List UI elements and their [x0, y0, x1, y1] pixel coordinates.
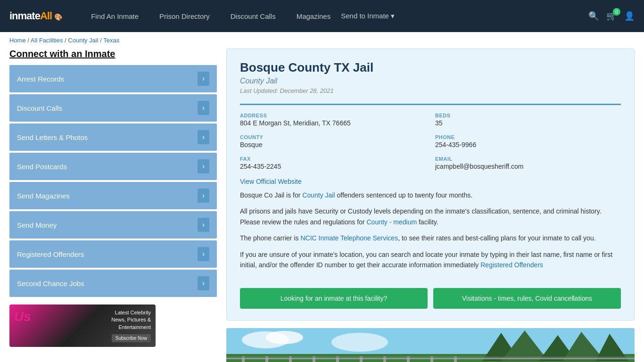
arrow-icon: ›	[198, 276, 209, 290]
nav-find-inmate[interactable]: Find An Inmate	[81, 12, 149, 20]
county-medium-link[interactable]: County - medium	[366, 218, 417, 226]
sidebar-item-label: Discount Calls	[17, 104, 62, 112]
nav-prison-directory[interactable]: Prison Directory	[149, 12, 220, 20]
ncic-link[interactable]: NCIC Inmate Telephone Services	[300, 234, 398, 242]
sidebar-item-arrest-records[interactable]: Arrest Records ›	[9, 65, 217, 92]
ad-line3: Entertainment	[111, 324, 151, 331]
email-value: jcampbell@bosquesheriff.com	[435, 163, 621, 170]
facility-buttons: Looking for an inmate at this facility? …	[240, 288, 621, 309]
user-icon[interactable]: 👤	[624, 11, 635, 21]
facility-updated: Last Updated: December 28, 2021	[240, 87, 621, 94]
sidebar-title: Connect with an Inmate	[9, 49, 217, 59]
fax-label: FAX	[240, 156, 426, 162]
send-to-inmate-button[interactable]: Send to Inmate ▾	[341, 12, 395, 20]
arrow-icon: ›	[198, 247, 209, 261]
registered-offenders-link[interactable]: Registered Offenders	[480, 261, 543, 269]
svg-point-2	[265, 331, 303, 344]
svg-point-3	[331, 333, 388, 352]
desc-para-2: All prisons and jails have Security or C…	[240, 206, 621, 227]
county-label: COUNTY	[240, 134, 426, 140]
email-label: EMAIL	[435, 156, 621, 162]
sidebar-item-label: Send Magazines	[17, 192, 70, 200]
arrow-icon: ›	[198, 72, 209, 86]
address-block: ADDRESS 804 E Morgan St, Meridian, TX 76…	[240, 113, 426, 127]
arrow-icon: ›	[198, 130, 209, 144]
sidebar-item-send-magazines[interactable]: Send Magazines ›	[9, 182, 217, 209]
email-block: EMAIL jcampbell@bosquesheriff.com	[435, 156, 621, 170]
ad-logo: Us	[14, 309, 31, 324]
desc-para-4: If you are unsure of your inmate's locat…	[240, 249, 621, 271]
nav-icons: 🔍 🛒 0 👤	[588, 11, 635, 21]
logo-text: inmateAll 🎨	[9, 10, 62, 22]
sidebar-item-discount-calls[interactable]: Discount Calls ›	[9, 94, 217, 122]
county-value: Bosque	[240, 141, 426, 148]
visitations-button[interactable]: Visitations - times, rules, Covid cancel…	[433, 288, 621, 309]
sidebar-item-label: Send Postcards	[17, 163, 67, 171]
logo[interactable]: inmateAll 🎨	[9, 10, 62, 22]
facility-description: Bosque Co Jail is for County Jail offend…	[240, 185, 621, 280]
address-value: 804 E Morgan St, Meridian, TX 76665	[240, 119, 426, 127]
ad-text: Latest Celebrity News, Pictures & Entert…	[111, 309, 151, 331]
main-nav: inmateAll 🎨 Find An Inmate Prison Direct…	[0, 0, 644, 32]
sidebar-item-label: Send Letters & Photos	[17, 133, 88, 141]
facility-details: ADDRESS 804 E Morgan St, Meridian, TX 76…	[240, 104, 621, 170]
breadcrumb: Home / All Facilities / County Jail / Te…	[0, 32, 644, 49]
nav-discount-calls[interactable]: Discount Calls	[220, 12, 286, 20]
nav-magazines[interactable]: Magazines	[286, 12, 341, 20]
looking-for-inmate-button[interactable]: Looking for an inmate at this facility?	[240, 288, 428, 309]
ad-line2: News, Pictures &	[111, 316, 151, 323]
county-block: COUNTY Bosque	[240, 134, 426, 148]
phone-value: 254-435-9966	[435, 141, 621, 148]
cart-badge: 0	[613, 8, 620, 16]
official-website-link[interactable]: View Official Website	[240, 178, 302, 185]
arrow-icon: ›	[198, 218, 209, 232]
search-icon[interactable]: 🔍	[588, 11, 599, 21]
county-jail-link[interactable]: County Jail	[302, 191, 335, 199]
facility-content: Bosque County TX Jail County Jail Last U…	[226, 49, 635, 362]
ad-subscribe-button[interactable]: Subscribe Now	[112, 334, 151, 342]
desc-para-1: Bosque Co Jail is for County Jail offend…	[240, 190, 621, 200]
main-container: Connect with an Inmate Arrest Records › …	[0, 49, 644, 362]
facility-image	[226, 328, 635, 362]
beds-block: BEDS 35	[435, 113, 621, 127]
sidebar-item-label: Arrest Records	[17, 75, 64, 83]
facility-subtitle: County Jail	[240, 77, 621, 85]
phone-block: PHONE 254-435-9966	[435, 134, 621, 148]
phone-label: PHONE	[435, 134, 621, 140]
sidebar-item-label: Second Chance Jobs	[17, 280, 84, 288]
beds-label: BEDS	[435, 113, 621, 118]
sidebar-item-send-money[interactable]: Send Money ›	[9, 211, 217, 239]
sidebar-item-send-postcards[interactable]: Send Postcards ›	[9, 153, 217, 180]
address-label: ADDRESS	[240, 113, 426, 118]
breadcrumb-county-jail[interactable]: County Jail	[68, 37, 98, 44]
beds-value: 35	[435, 119, 621, 127]
cart-icon[interactable]: 🛒 0	[606, 11, 617, 21]
fax-value: 254-435-2245	[240, 163, 426, 170]
desc-para-3: The phone carrier is NCIC Inmate Telepho…	[240, 233, 621, 243]
sidebar-item-send-letters[interactable]: Send Letters & Photos ›	[9, 123, 217, 151]
sidebar-item-registered-offenders[interactable]: Registered Offenders ›	[9, 240, 217, 268]
arrow-icon: ›	[198, 159, 209, 173]
facility-title: Bosque County TX Jail	[240, 60, 621, 75]
facility-photo-svg	[226, 328, 635, 362]
breadcrumb-all-facilities[interactable]: All Facilities	[31, 37, 63, 44]
breadcrumb-home[interactable]: Home	[9, 37, 26, 44]
sidebar-menu: Arrest Records › Discount Calls › Send L…	[9, 65, 217, 297]
facility-card: Bosque County TX Jail County Jail Last U…	[226, 49, 635, 321]
ad-line1: Latest Celebrity	[111, 309, 151, 316]
sidebar-item-label: Send Money	[17, 221, 57, 229]
nav-links: Find An Inmate Prison Directory Discount…	[81, 12, 588, 20]
fax-block: FAX 254-435-2245	[240, 156, 426, 170]
sidebar-ad[interactable]: Us Latest Celebrity News, Pictures & Ent…	[9, 304, 156, 347]
sidebar: Connect with an Inmate Arrest Records › …	[9, 49, 217, 362]
breadcrumb-state[interactable]: Texas	[103, 37, 119, 44]
sidebar-item-second-chance-jobs[interactable]: Second Chance Jobs ›	[9, 270, 217, 297]
sidebar-item-label: Registered Offenders	[17, 250, 84, 258]
arrow-icon: ›	[198, 101, 209, 115]
arrow-icon: ›	[198, 189, 209, 203]
